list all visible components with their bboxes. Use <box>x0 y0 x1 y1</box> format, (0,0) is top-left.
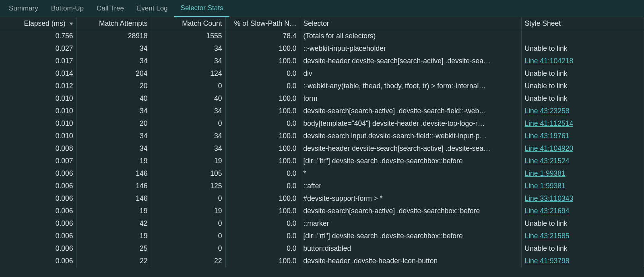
col-header-elapsed[interactable]: Elapsed (ms) <box>0 17 76 30</box>
cell-selector: ::marker <box>300 217 521 230</box>
col-header-sheet[interactable]: Style Sheet <box>521 17 644 30</box>
cell-count: 40 <box>151 92 225 105</box>
cell-pct: 0.0 <box>225 117 300 130</box>
table-row[interactable]: 0.0061461050.0*Line 1:99381 <box>0 167 644 180</box>
cell-style-sheet: Line 41:104920 <box>521 142 644 155</box>
table-row[interactable]: 0.0103434100.0devsite-search[search-acti… <box>0 105 644 117</box>
table-row[interactable]: 0.0062500.0button:disabledUnable to link <box>0 242 644 255</box>
table-row[interactable]: 0.0273434100.0::-webkit-input-placeholde… <box>0 42 644 55</box>
col-header-count[interactable]: Match Count <box>151 17 225 30</box>
style-sheet-link[interactable]: Line 1:99381 <box>525 182 566 190</box>
cell-selector: [dir="rtl"] devsite-search .devsite-sear… <box>300 230 521 242</box>
cell-elapsed: 0.012 <box>0 80 76 92</box>
col-header-attempts[interactable]: Match Attempts <box>76 17 151 30</box>
tab-call-tree[interactable]: Call Tree <box>90 0 130 17</box>
table-row[interactable]: 0.75628918155578.4(Totals for all select… <box>0 30 644 42</box>
cell-attempts: 42 <box>76 217 151 230</box>
cell-elapsed: 0.006 <box>0 242 76 255</box>
cell-selector: (Totals for all selectors) <box>300 30 521 42</box>
style-sheet-link[interactable]: Line 43:21524 <box>525 157 570 165</box>
cell-elapsed: 0.010 <box>0 117 76 130</box>
cell-attempts: 146 <box>76 192 151 205</box>
cell-elapsed: 0.006 <box>0 192 76 205</box>
cell-selector: devsite-search[search-active] .devsite-s… <box>300 205 521 217</box>
style-sheet-link[interactable]: Line 43:21585 <box>525 232 570 240</box>
table-row[interactable]: 0.0104040100.0formUnable to link <box>0 92 644 105</box>
cell-elapsed: 0.006 <box>0 230 76 242</box>
cell-count: 0 <box>151 117 225 130</box>
table-row[interactable]: 0.0064200.0::markerUnable to link <box>0 217 644 230</box>
cell-selector: button:disabled <box>300 242 521 255</box>
style-sheet-link[interactable]: Line 43:21694 <box>525 207 570 215</box>
cell-style-sheet: Line 41:93798 <box>521 255 644 267</box>
selector-stats-table-wrap: Elapsed (ms) Match Attempts Match Count … <box>0 17 644 277</box>
sort-desc-icon <box>69 23 73 25</box>
cell-selector: ::-webkit-input-placeholder <box>300 42 521 55</box>
cell-attempts: 146 <box>76 167 151 180</box>
cell-style-sheet: Line 33:110343 <box>521 192 644 205</box>
cell-count: 34 <box>151 55 225 67</box>
cell-attempts: 19 <box>76 230 151 242</box>
cell-elapsed: 0.014 <box>0 67 76 80</box>
table-row[interactable]: 0.0103434100.0devsite-search input.devsi… <box>0 130 644 142</box>
cell-style-sheet: Unable to link <box>521 92 644 105</box>
cell-attempts: 34 <box>76 55 151 67</box>
cell-pct: 100.0 <box>225 192 300 205</box>
style-sheet-link[interactable]: Line 41:112514 <box>525 119 574 127</box>
table-row[interactable]: 0.0122000.0:-webkit-any(table, thead, tb… <box>0 80 644 92</box>
table-row[interactable]: 0.0061460100.0#devsite-support-form > *L… <box>0 192 644 205</box>
cell-style-sheet: Line 43:21524 <box>521 155 644 167</box>
cell-style-sheet: Line 43:21585 <box>521 230 644 242</box>
table-row[interactable]: 0.0061919100.0devsite-search[search-acti… <box>0 205 644 217</box>
col-header-pct[interactable]: % of Slow-Path N… <box>225 17 300 30</box>
tab-event-log[interactable]: Event Log <box>130 0 174 17</box>
cell-count: 0 <box>151 192 225 205</box>
table-row[interactable]: 0.0173434100.0devsite-header devsite-sea… <box>0 55 644 67</box>
cell-elapsed: 0.010 <box>0 130 76 142</box>
table-row[interactable]: 0.0071919100.0[dir="ltr"] devsite-search… <box>0 155 644 167</box>
col-header-label: Elapsed (ms) <box>24 19 66 27</box>
table-row[interactable]: 0.0102000.0body[template="404"] devsite-… <box>0 117 644 130</box>
tab-summary[interactable]: Summary <box>2 0 45 17</box>
style-sheet-link[interactable]: Line 41:104218 <box>525 57 574 65</box>
table-row[interactable]: 0.0062222100.0devsite-header .devsite-he… <box>0 255 644 267</box>
cell-count: 105 <box>151 167 225 180</box>
cell-attempts: 34 <box>76 105 151 117</box>
style-sheet-link[interactable]: Line 41:104920 <box>525 144 574 152</box>
cell-elapsed: 0.006 <box>0 180 76 192</box>
cell-selector: :-webkit-any(table, thead, tbody, tfoot,… <box>300 80 521 92</box>
table-row[interactable]: 0.0142041240.0divUnable to link <box>0 67 644 80</box>
col-header-selector[interactable]: Selector <box>300 17 521 30</box>
cell-pct: 78.4 <box>225 30 300 42</box>
style-sheet-link[interactable]: Line 43:19761 <box>525 132 570 140</box>
cell-elapsed: 0.017 <box>0 55 76 67</box>
cell-pct: 100.0 <box>225 92 300 105</box>
cell-pct: 100.0 <box>225 155 300 167</box>
cell-selector: devsite-header devsite-search[search-act… <box>300 55 521 67</box>
cell-selector: devsite-header .devsite-header-icon-butt… <box>300 255 521 267</box>
style-sheet-link[interactable]: Line 43:23258 <box>525 107 570 115</box>
tab-selector-stats[interactable]: Selector Stats <box>174 0 230 17</box>
cell-pct: 0.0 <box>225 67 300 80</box>
cell-pct: 100.0 <box>225 205 300 217</box>
cell-count: 124 <box>151 67 225 80</box>
table-row[interactable]: 0.0061900.0[dir="rtl"] devsite-search .d… <box>0 230 644 242</box>
style-sheet-link[interactable]: Line 1:99381 <box>525 169 566 177</box>
cell-selector: devsite-header devsite-search[search-act… <box>300 142 521 155</box>
cell-attempts: 34 <box>76 130 151 142</box>
cell-selector: [dir="ltr"] devsite-search .devsite-sear… <box>300 155 521 167</box>
cell-style-sheet: Unable to link <box>521 42 644 55</box>
cell-pct: 100.0 <box>225 55 300 67</box>
details-tabs: Summary Bottom-Up Call Tree Event Log Se… <box>0 0 644 17</box>
cell-style-sheet: Unable to link <box>521 217 644 230</box>
style-sheet-link[interactable]: Line 33:110343 <box>525 194 574 202</box>
table-row[interactable]: 0.0083434100.0devsite-header devsite-sea… <box>0 142 644 155</box>
table-header-row: Elapsed (ms) Match Attempts Match Count … <box>0 17 644 30</box>
style-sheet-link[interactable]: Line 41:93798 <box>525 257 570 265</box>
cell-count: 19 <box>151 155 225 167</box>
table-row[interactable]: 0.0061461250.0::afterLine 1:99381 <box>0 180 644 192</box>
cell-count: 34 <box>151 130 225 142</box>
cell-attempts: 34 <box>76 42 151 55</box>
cell-elapsed: 0.010 <box>0 92 76 105</box>
tab-bottom-up[interactable]: Bottom-Up <box>45 0 90 17</box>
